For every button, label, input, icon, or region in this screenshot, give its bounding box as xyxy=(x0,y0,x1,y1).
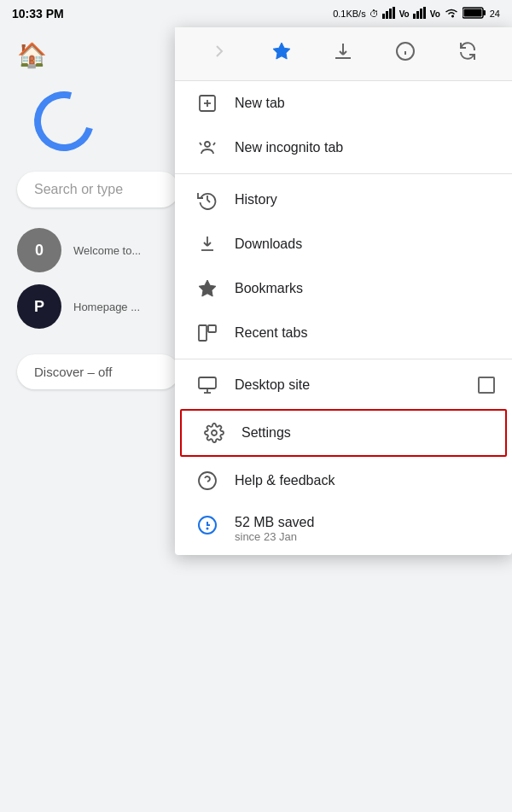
divider-2 xyxy=(175,359,512,359)
wifi-icon xyxy=(444,7,459,20)
lte-badge-1: Vo xyxy=(399,9,410,19)
svg-marker-22 xyxy=(199,280,216,296)
desktop-site-checkbox[interactable] xyxy=(478,377,495,394)
shortcut-icon-2[interactable]: P xyxy=(17,284,61,329)
bookmarks-icon xyxy=(192,278,223,299)
savings-icon xyxy=(192,515,223,535)
plus-square-icon xyxy=(192,93,223,114)
battery-level: 24 xyxy=(490,9,500,19)
lte-badge-2: Vo xyxy=(430,9,440,19)
svg-rect-5 xyxy=(416,11,419,19)
menu-item-settings[interactable]: Settings xyxy=(180,409,507,457)
svg-rect-2 xyxy=(389,9,392,19)
svg-rect-3 xyxy=(393,7,395,19)
signal-icon-2 xyxy=(413,7,427,20)
svg-rect-24 xyxy=(208,325,216,332)
menu-item-new-tab[interactable]: New tab xyxy=(175,81,512,126)
settings-label: Settings xyxy=(241,425,488,441)
desktop-site-label: Desktop site xyxy=(235,377,478,393)
svg-line-21 xyxy=(213,143,215,145)
divider-1 xyxy=(175,173,512,174)
speed-indicator: 0.1KB/s xyxy=(333,9,366,19)
bookmarks-label: Bookmarks xyxy=(235,281,495,296)
forward-button[interactable] xyxy=(202,38,236,70)
help-icon xyxy=(192,470,223,491)
saved-main: 52 MB saved xyxy=(235,515,314,530)
desktop-icon xyxy=(192,375,223,395)
shortcut-icon-1[interactable]: 0 xyxy=(17,228,61,272)
help-label: Help & feedback xyxy=(235,473,495,488)
downloads-label: Downloads xyxy=(235,237,495,252)
svg-rect-9 xyxy=(483,10,486,15)
bookmark-button[interactable] xyxy=(265,38,299,70)
svg-point-28 xyxy=(212,430,217,435)
shortcut-label-1: Welcome to... xyxy=(73,244,141,257)
menu-item-help[interactable]: Help & feedback xyxy=(175,459,512,503)
status-time: 10:33 PM xyxy=(12,7,64,20)
svg-rect-23 xyxy=(199,325,207,341)
saved-sub: since 23 Jan xyxy=(235,530,314,543)
recent-tabs-label: Recent tabs xyxy=(235,325,495,341)
svg-point-29 xyxy=(199,472,216,489)
svg-point-19 xyxy=(205,142,210,147)
discover-button[interactable]: Discover – off xyxy=(17,354,179,389)
home-icon[interactable]: 🏠 xyxy=(17,42,47,68)
status-bar: 10:33 PM 0.1KB/s ⏱ Vo Vo 24 xyxy=(0,0,512,27)
saved-info: 52 MB saved since 23 Jan xyxy=(235,515,314,543)
svg-rect-6 xyxy=(420,9,422,19)
recent-tabs-icon xyxy=(192,323,223,343)
downloads-icon xyxy=(192,234,223,254)
menu-item-bookmarks[interactable]: Bookmarks xyxy=(175,266,512,311)
svg-rect-4 xyxy=(413,14,416,19)
history-icon xyxy=(192,190,223,210)
incognito-icon xyxy=(192,137,223,158)
menu-item-desktop-site[interactable]: Desktop site xyxy=(175,363,512,407)
svg-marker-11 xyxy=(273,43,290,59)
search-bar[interactable]: Search or type xyxy=(17,172,179,207)
battery-icon xyxy=(463,7,486,20)
download-button[interactable] xyxy=(326,38,360,70)
new-tab-label: New tab xyxy=(235,96,495,111)
chrome-logo xyxy=(23,80,105,162)
shortcut-label-2: Homepage ... xyxy=(73,301,140,313)
history-label: History xyxy=(235,192,495,207)
signal-icon-1 xyxy=(382,7,396,20)
svg-rect-1 xyxy=(386,11,388,19)
clock-icon: ⏱ xyxy=(369,9,379,19)
info-button[interactable] xyxy=(388,38,422,70)
svg-rect-25 xyxy=(199,377,216,388)
menu-item-saved: 52 MB saved since 23 Jan xyxy=(175,503,512,555)
refresh-button[interactable] xyxy=(451,38,485,70)
svg-line-20 xyxy=(200,143,201,145)
dropdown-menu: New tab New incognito tab History Downlo… xyxy=(175,27,512,555)
gear-icon xyxy=(199,423,230,443)
status-icons: 0.1KB/s ⏱ Vo Vo 24 xyxy=(333,7,500,20)
menu-item-history[interactable]: History xyxy=(175,178,512,222)
menu-item-recent-tabs[interactable]: Recent tabs xyxy=(175,311,512,355)
menu-item-downloads[interactable]: Downloads xyxy=(175,222,512,266)
menu-item-incognito[interactable]: New incognito tab xyxy=(175,126,512,170)
incognito-label: New incognito tab xyxy=(235,140,495,155)
svg-rect-7 xyxy=(423,7,426,19)
svg-rect-0 xyxy=(382,14,385,19)
toolbar-row xyxy=(175,27,512,81)
svg-rect-10 xyxy=(463,9,481,17)
